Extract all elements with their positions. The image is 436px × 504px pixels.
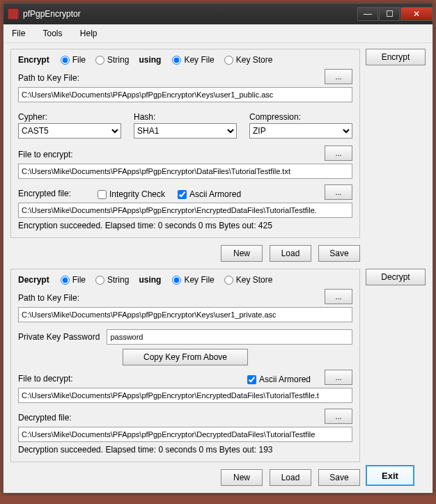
encrypted-file-input[interactable]	[18, 203, 352, 218]
file-to-encrypt-browse[interactable]: ...	[325, 145, 352, 161]
encrypt-button[interactable]: Encrypt	[366, 49, 426, 65]
copy-key-button[interactable]: Copy Key From Above	[123, 349, 248, 365]
hash-select[interactable]: SHA1	[134, 123, 237, 139]
decrypt-source-string-radio[interactable]: String	[95, 275, 129, 285]
close-button[interactable]: ✕	[400, 7, 433, 21]
menu-tools[interactable]: Tools	[42, 29, 62, 38]
file-to-encrypt-input[interactable]	[18, 164, 352, 179]
password-input[interactable]	[107, 329, 352, 345]
maximize-button[interactable]: ☐	[379, 7, 400, 21]
encrypt-keystore-radio[interactable]: Key Store	[224, 55, 273, 65]
cypher-select[interactable]: CAST5	[18, 123, 121, 139]
decrypt-keypath-browse[interactable]: ...	[325, 289, 352, 304]
menu-file[interactable]: File	[12, 29, 25, 38]
integrity-check[interactable]: Integrity Check	[98, 189, 165, 199]
decrypt-keypath-input[interactable]	[18, 307, 352, 322]
exit-button[interactable]: Exit	[366, 465, 414, 486]
menubar: File Tools Help	[3, 24, 433, 43]
decrypted-file-input[interactable]	[18, 427, 352, 442]
password-label: Private Key Password	[18, 332, 100, 342]
file-to-encrypt-label: File to encrypt:	[18, 150, 320, 159]
encrypted-file-browse[interactable]: ...	[325, 184, 352, 200]
decrypt-save-button[interactable]: Save	[318, 469, 360, 486]
compression-label: Compression:	[249, 112, 352, 122]
decrypted-file-label: Decrypted file:	[18, 413, 320, 423]
encrypt-load-button[interactable]: Load	[270, 245, 311, 262]
encrypt-status: Encryption succeeded. Elapsed time: 0 se…	[18, 221, 352, 230]
file-to-decrypt-input[interactable]	[18, 388, 352, 403]
encrypt-keypath-input[interactable]	[18, 87, 352, 102]
hash-label: Hash:	[134, 112, 237, 122]
encrypt-group: Encrypt File String using Key File Key S…	[10, 49, 360, 238]
encrypt-save-button[interactable]: Save	[318, 245, 360, 262]
decrypt-new-button[interactable]: New	[221, 469, 263, 486]
encrypt-keypath-label: Path to Key File:	[18, 73, 320, 83]
file-to-decrypt-label: File to decrypt:	[18, 374, 244, 384]
encrypt-ascii-armored[interactable]: Ascii Armored	[178, 189, 241, 199]
menu-help[interactable]: Help	[80, 29, 98, 38]
decrypt-status: Decryption succeeded. Elapsed time: 0 se…	[18, 445, 352, 455]
decrypt-load-button[interactable]: Load	[270, 469, 311, 486]
file-to-decrypt-browse[interactable]: ...	[325, 370, 352, 385]
encrypt-source-string-radio[interactable]: String	[95, 55, 129, 65]
encrypt-source-file-radio[interactable]: File	[61, 55, 86, 65]
decrypt-keyfile-radio[interactable]: Key File	[172, 275, 214, 285]
encrypt-keyfile-radio[interactable]: Key File	[172, 55, 214, 65]
cypher-label: Cypher:	[18, 112, 121, 122]
app-window: pfPgpEncryptor — ☐ ✕ File Tools Help Enc…	[3, 3, 433, 494]
compression-select[interactable]: ZIP	[249, 123, 352, 139]
decrypt-title: Decrypt	[18, 275, 49, 285]
minimize-button[interactable]: —	[357, 7, 378, 21]
decrypt-group: Decrypt File String using Key File Key S…	[10, 269, 360, 462]
encrypted-file-label: Encrypted file:	[18, 189, 95, 198]
decrypt-ascii-armored[interactable]: Ascii Armored	[247, 375, 311, 384]
decrypt-button[interactable]: Decrypt	[366, 269, 426, 285]
encrypt-new-button[interactable]: New	[221, 245, 263, 262]
decrypted-file-browse[interactable]: ...	[325, 409, 352, 424]
app-icon	[8, 8, 19, 19]
encrypt-title: Encrypt	[18, 55, 49, 65]
using-label: using	[139, 55, 161, 65]
titlebar[interactable]: pfPgpEncryptor — ☐ ✕	[3, 3, 433, 24]
decrypt-keystore-radio[interactable]: Key Store	[224, 275, 273, 285]
decrypt-source-file-radio[interactable]: File	[61, 275, 86, 285]
using-label-2: using	[139, 275, 161, 285]
decrypt-keypath-label: Path to Key File:	[18, 293, 320, 303]
window-title: pfPgpEncryptor	[23, 9, 357, 19]
encrypt-keypath-browse[interactable]: ...	[325, 69, 352, 84]
